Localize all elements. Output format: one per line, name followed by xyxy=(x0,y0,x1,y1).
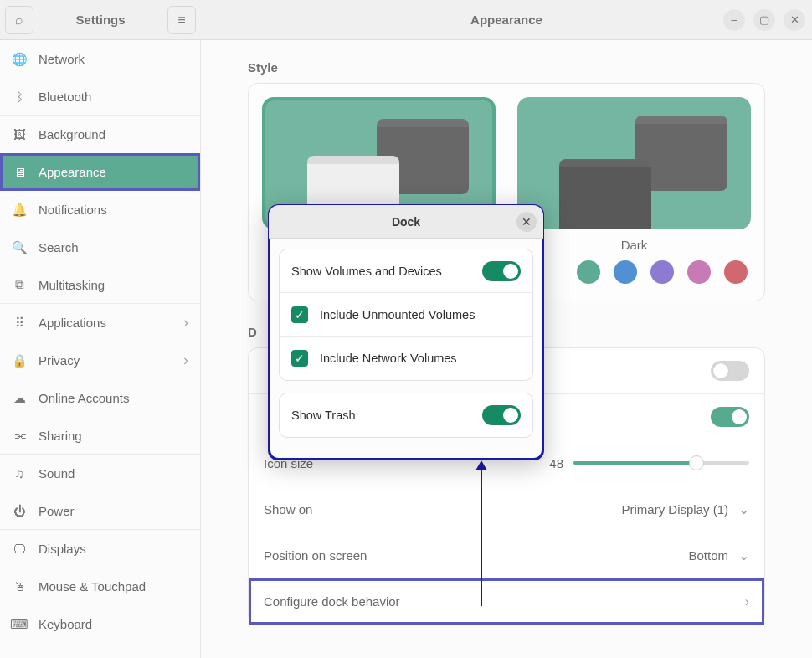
checkbox-network[interactable]: ✓ xyxy=(291,350,308,367)
include-unmounted-label: Include Unmounted Volumes xyxy=(320,308,521,321)
include-network-label: Include Network Volumes xyxy=(320,352,521,365)
toggle-show-volumes[interactable] xyxy=(482,261,521,281)
dock-modal: Dock ✕ Show Volumes and Devices ✓ Includ… xyxy=(268,204,544,460)
row-show-trash: Show Trash xyxy=(280,393,532,437)
annotation-arrow-head xyxy=(475,460,487,470)
modal-title: Dock xyxy=(392,215,420,229)
show-volumes-label: Show Volumes and Devices xyxy=(291,265,472,278)
modal-group-volumes: Show Volumes and Devices ✓ Include Unmou… xyxy=(279,249,533,381)
close-icon: ✕ xyxy=(522,215,532,229)
row-include-unmounted[interactable]: ✓ Include Unmounted Volumes xyxy=(280,293,532,337)
modal-header: Dock ✕ xyxy=(269,205,543,239)
annotation-arrow xyxy=(481,465,482,606)
show-trash-label: Show Trash xyxy=(291,409,472,422)
modal-group-trash: Show Trash xyxy=(279,393,533,438)
modal-close-button[interactable]: ✕ xyxy=(516,212,537,232)
row-show-volumes: Show Volumes and Devices xyxy=(280,249,532,293)
toggle-show-trash[interactable] xyxy=(482,405,521,425)
row-include-network[interactable]: ✓ Include Network Volumes xyxy=(280,337,532,380)
checkbox-unmounted[interactable]: ✓ xyxy=(291,306,308,323)
